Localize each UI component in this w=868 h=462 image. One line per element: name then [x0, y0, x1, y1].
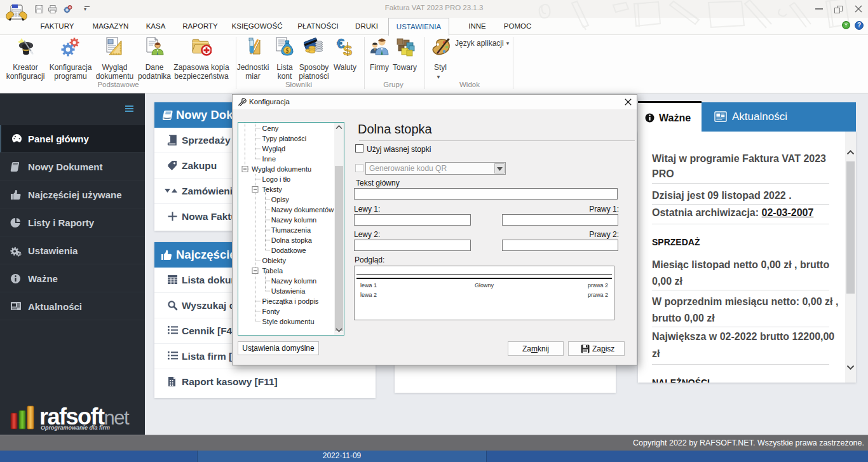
svg-text:Pieczątka i podpis: Pieczątka i podpis [262, 297, 319, 305]
svg-text:Wygląd dokumentu: Wygląd dokumentu [252, 165, 311, 173]
svg-text:Dolna stopka: Dolna stopka [271, 236, 313, 244]
svg-text:Nazwy dokumentów: Nazwy dokumentów [271, 206, 334, 214]
svg-text:Dodatkowe: Dodatkowe [271, 247, 306, 254]
svg-text:$: $ [286, 47, 289, 54]
svg-text:Ceny: Ceny [262, 125, 279, 132]
svg-text:Typy płatności: Typy płatności [262, 135, 307, 142]
svg-text:Opisy: Opisy [271, 196, 290, 203]
svg-text:Tabela: Tabela [262, 267, 283, 275]
svg-text:?: ? [857, 22, 861, 29]
svg-text:Obiekty: Obiekty [262, 257, 287, 264]
svg-text:Inne: Inne [262, 155, 276, 163]
svg-text:Logo i tło: Logo i tło [262, 175, 291, 183]
svg-text:Wygląd: Wygląd [262, 145, 286, 153]
svg-text:Nazwy kolumn: Nazwy kolumn [271, 216, 317, 224]
svg-text:Teksty: Teksty [262, 186, 283, 193]
svg-text:Ustawienia: Ustawienia [271, 287, 306, 295]
svg-text:Tłumaczenia: Tłumaczenia [271, 226, 311, 234]
svg-text:Nazwy kolumn: Nazwy kolumn [271, 277, 317, 285]
svg-text:Style dokumentu: Style dokumentu [262, 318, 315, 325]
svg-text:Fonty: Fonty [262, 308, 280, 315]
